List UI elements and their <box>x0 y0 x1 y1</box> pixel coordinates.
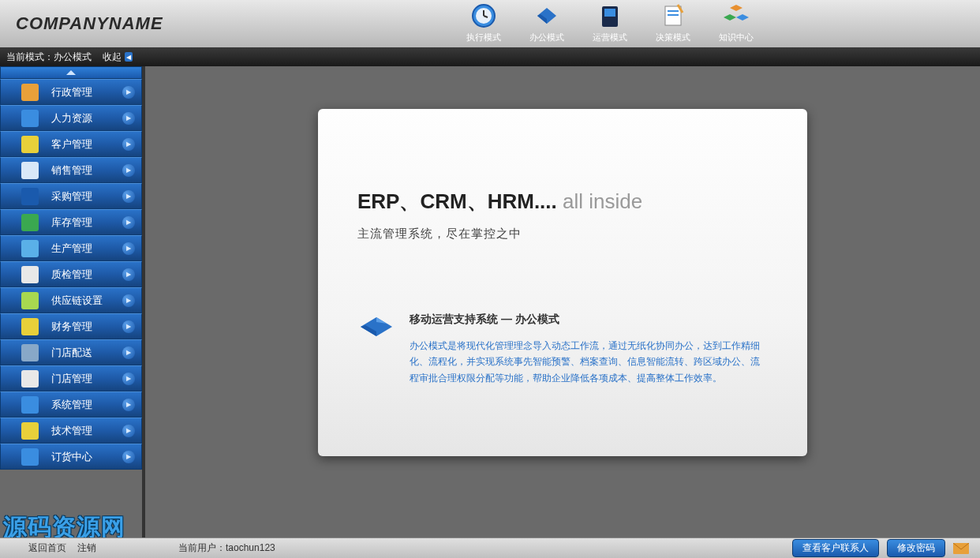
header-bar: COMPANYNAME 执行模式办公模式运营模式决策模式知识中心 <box>0 0 980 47</box>
sidebar-item-supply[interactable]: 供应链设置▶ <box>0 287 142 313</box>
mode-bar: 当前模式： 办公模式 收起 ◀ <box>0 47 980 66</box>
finance-icon <box>21 318 39 335</box>
logout-link[interactable]: 注销 <box>77 541 96 555</box>
delivery-icon <box>21 344 39 361</box>
sidebar-item-admin[interactable]: 行政管理▶ <box>0 79 142 105</box>
panel-section-body: 移动运营支持系统 — 办公模式 办公模式是将现代化管理理念导入动态工作流，通过无… <box>410 313 768 386</box>
chevron-right-icon: ▶ <box>122 190 135 203</box>
topnav-label: 知识中心 <box>719 32 754 43</box>
sidebar-item-label: 技术管理 <box>51 424 92 438</box>
sidebar-item-label: 人力资源 <box>51 111 92 125</box>
panel-section-title: 移动运营支持系统 — 办公模式 <box>410 313 768 327</box>
svg-marker-13 <box>724 14 736 21</box>
svg-marker-12 <box>730 5 742 11</box>
sidebar-item-production[interactable]: 生产管理▶ <box>0 235 142 261</box>
panel-section: 移动运营支持系统 — 办公模式 办公模式是将现代化管理理念导入动态工作流，通过无… <box>357 313 768 386</box>
customer-icon <box>21 136 39 153</box>
cubes-icon <box>722 2 750 30</box>
chevron-right-icon: ▶ <box>122 320 135 333</box>
back-home-link[interactable]: 返回首页 <box>28 541 66 555</box>
hr-icon <box>21 110 39 127</box>
topnav-label: 运营模式 <box>593 32 627 43</box>
sidebar-item-label: 采购管理 <box>51 189 92 204</box>
supply-icon <box>21 292 39 309</box>
footer-bar: 返回首页 注销 当前用户：taochun123 查看客户联系人 修改密码 <box>0 537 980 558</box>
panel-section-text: 办公模式是将现代化管理理念导入动态工作流，通过无纸化协同办公，达到工作精细化、流… <box>410 338 768 386</box>
book-icon <box>357 313 395 341</box>
content-area: ERP、CRM、HRM.... all inside 主流管理系统，尽在掌控之中… <box>142 66 980 537</box>
sidebar-item-hr[interactable]: 人力资源▶ <box>0 105 142 131</box>
topnav-label: 执行模式 <box>466 32 501 43</box>
sidebar-item-label: 系统管理 <box>51 398 92 412</box>
production-icon <box>21 240 39 257</box>
view-contacts-button[interactable]: 查看客户联系人 <box>792 539 879 557</box>
sidebar-item-tech[interactable]: 技术管理▶ <box>0 418 142 444</box>
sidebar-item-finance[interactable]: 财务管理▶ <box>0 313 142 339</box>
panel-title-bold: ERP、CRM、HRM.... <box>357 189 557 213</box>
mail-icon[interactable] <box>953 543 969 554</box>
sidebar-item-customer[interactable]: 客户管理▶ <box>0 131 142 157</box>
sidebar-item-label: 财务管理 <box>51 320 92 334</box>
topnav-item-book[interactable]: 办公模式 <box>524 2 570 43</box>
chevron-right-icon: ▶ <box>122 138 135 151</box>
sidebar-item-delivery[interactable]: 门店配送▶ <box>0 339 142 365</box>
sidebar-item-label: 门店管理 <box>51 372 92 386</box>
chevron-right-icon: ▶ <box>122 425 135 437</box>
collapse-label: 收起 <box>103 51 122 64</box>
sidebar-item-label: 生产管理 <box>51 242 92 256</box>
chevron-right-icon: ▶ <box>122 86 135 99</box>
topnav-item-clock[interactable]: 执行模式 <box>461 2 507 43</box>
sidebar-item-qc[interactable]: 质检管理▶ <box>0 261 142 287</box>
topnav-label: 办公模式 <box>529 32 564 43</box>
svg-marker-14 <box>736 14 749 21</box>
panel-title: ERP、CRM、HRM.... all inside <box>357 188 768 215</box>
footer-left: 返回首页 注销 当前用户：taochun123 <box>0 541 275 555</box>
collapse-sidebar-button[interactable]: 收起 ◀ <box>103 51 133 64</box>
sidebar-item-label: 客户管理 <box>51 137 92 152</box>
sidebar: 行政管理▶人力资源▶客户管理▶销售管理▶采购管理▶库存管理▶生产管理▶质检管理▶… <box>0 66 142 537</box>
system-icon <box>21 396 39 414</box>
book-icon <box>533 2 561 30</box>
chevron-right-icon: ▶ <box>122 216 135 229</box>
sidebar-item-store[interactable]: 门店管理▶ <box>0 365 142 391</box>
sidebar-item-label: 行政管理 <box>51 85 92 99</box>
chevron-right-icon: ▶ <box>122 399 135 411</box>
svg-rect-7 <box>604 9 615 17</box>
sidebar-scroll-up-button[interactable] <box>0 66 142 79</box>
sidebar-item-sales[interactable]: 销售管理▶ <box>0 157 142 183</box>
sidebar-item-purchase[interactable]: 采购管理▶ <box>0 183 142 209</box>
tech-icon <box>21 422 39 440</box>
current-mode: 办公模式 <box>54 51 92 64</box>
sidebar-item-order[interactable]: 订货中心▶ <box>0 444 142 470</box>
topnav-item-cubes[interactable]: 知识中心 <box>713 2 759 43</box>
topnav-item-box[interactable]: 运营模式 <box>587 2 633 43</box>
order-icon <box>21 448 39 466</box>
main-area: 行政管理▶人力资源▶客户管理▶销售管理▶采购管理▶库存管理▶生产管理▶质检管理▶… <box>0 66 980 537</box>
sidebar-item-label: 销售管理 <box>51 163 92 178</box>
chevron-right-icon: ▶ <box>122 373 135 385</box>
chevron-right-icon: ▶ <box>122 451 135 463</box>
note-icon <box>659 2 687 30</box>
inventory-icon <box>21 214 39 231</box>
footer-right: 查看客户联系人 修改密码 <box>792 539 980 557</box>
sidebar-item-label: 订货中心 <box>51 450 92 464</box>
chevron-right-icon: ▶ <box>122 164 135 177</box>
sidebar-item-system[interactable]: 系统管理▶ <box>0 391 142 418</box>
sidebar-item-label: 供应链设置 <box>51 294 103 308</box>
company-logo: COMPANYNAME <box>16 13 163 34</box>
mode-prefix: 当前模式： <box>6 51 54 64</box>
purchase-icon <box>21 188 39 205</box>
topnav-label: 决策模式 <box>656 32 690 43</box>
chevron-left-icon: ◀ <box>125 52 133 62</box>
change-password-button[interactable]: 修改密码 <box>887 539 945 557</box>
user-name: taochun123 <box>226 542 275 553</box>
user-prefix: 当前用户： <box>178 542 226 553</box>
sidebar-item-label: 质检管理 <box>51 268 92 282</box>
qc-icon <box>21 266 39 283</box>
current-user: 当前用户：taochun123 <box>178 541 275 555</box>
topnav-item-note[interactable]: 决策模式 <box>650 2 696 43</box>
chevron-right-icon: ▶ <box>122 242 135 255</box>
chevron-right-icon: ▶ <box>122 294 135 307</box>
sidebar-item-inventory[interactable]: 库存管理▶ <box>0 209 142 235</box>
panel-subtitle: 主流管理系统，尽在掌控之中 <box>357 227 768 242</box>
